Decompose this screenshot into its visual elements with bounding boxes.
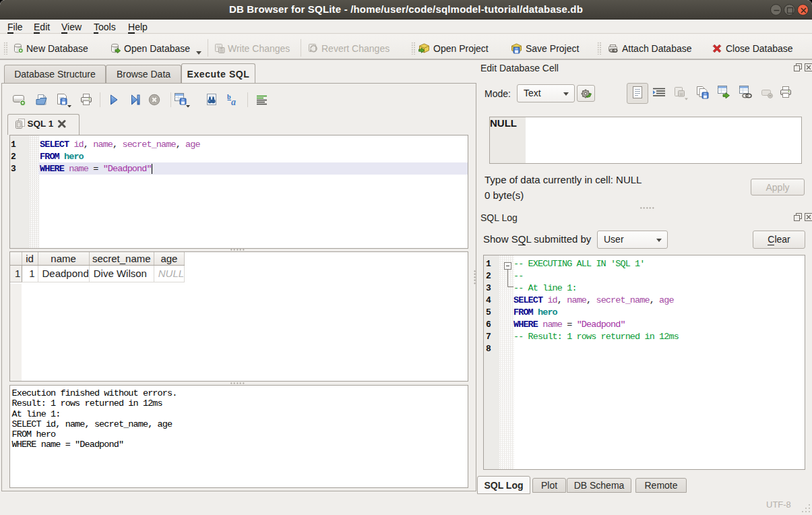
svg-text:a: a [231,97,236,107]
